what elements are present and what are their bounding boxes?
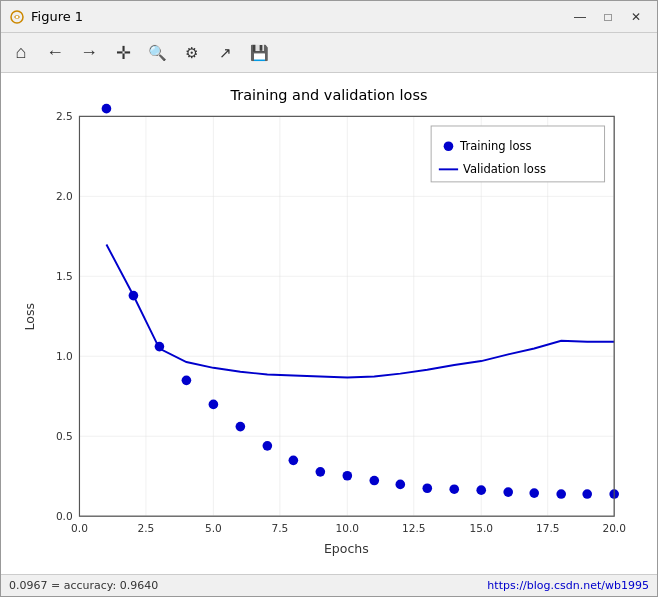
x-tick-25: 2.5	[138, 522, 155, 534]
home-button[interactable]: ⌂	[5, 37, 37, 69]
y-tick-05: 0.5	[56, 430, 73, 442]
minimize-button[interactable]: —	[567, 6, 593, 28]
configure-button[interactable]: ⚙	[175, 37, 207, 69]
y-tick-15: 1.5	[56, 270, 73, 282]
training-loss-dot	[556, 489, 566, 499]
back-button[interactable]: ←	[39, 37, 71, 69]
x-tick-15: 15.0	[469, 522, 493, 534]
training-loss-dot	[395, 480, 405, 490]
training-loss-dot	[369, 476, 379, 486]
y-axis-label: Loss	[22, 303, 37, 330]
legend-training-icon	[444, 141, 454, 151]
toolbar: ⌂ ← → ✛ 🔍 ⚙ ↗ 💾	[1, 33, 657, 73]
app-icon	[9, 9, 25, 25]
main-window: Figure 1 — □ ✕ ⌂ ← → ✛ 🔍 ⚙ ↗ 💾 Training …	[0, 0, 658, 597]
statusbar-left: 0.0967 = accuracy: 0.9640	[9, 579, 158, 592]
chart-title: Training and validation loss	[230, 87, 428, 103]
training-loss-dot	[449, 484, 459, 494]
training-loss-dot	[129, 291, 139, 301]
window-title: Figure 1	[31, 9, 83, 24]
training-loss-dot	[422, 483, 432, 493]
chart-svg: Training and validation loss	[1, 73, 657, 574]
training-loss-dot	[476, 485, 486, 495]
x-tick-75: 7.5	[271, 522, 288, 534]
y-tick-25: 2.5	[56, 110, 73, 122]
pan-button[interactable]: ✛	[107, 37, 139, 69]
x-tick-10: 10.0	[336, 522, 360, 534]
zoom-button[interactable]: 🔍	[141, 37, 173, 69]
svg-point-1	[16, 15, 19, 18]
lines-button[interactable]: ↗	[209, 37, 241, 69]
training-loss-dot	[289, 455, 299, 465]
training-loss-dot	[182, 376, 192, 386]
maximize-button[interactable]: □	[595, 6, 621, 28]
plot-area: Training and validation loss	[1, 73, 657, 574]
statusbar: 0.0967 = accuracy: 0.9640 https://blog.c…	[1, 574, 657, 596]
training-loss-dot	[263, 441, 273, 451]
training-loss-dot	[209, 400, 219, 410]
training-loss-dot	[236, 422, 246, 432]
training-loss-dot	[342, 471, 352, 481]
x-tick-0: 0.0	[71, 522, 88, 534]
training-loss-dot	[503, 487, 513, 497]
x-tick-20: 20.0	[602, 522, 626, 534]
forward-button[interactable]: →	[73, 37, 105, 69]
statusbar-right: https://blog.csdn.net/wb1995	[487, 579, 649, 592]
close-button[interactable]: ✕	[623, 6, 649, 28]
training-loss-dot	[102, 104, 112, 114]
training-loss-dot	[316, 467, 326, 477]
x-tick-125: 12.5	[402, 522, 426, 534]
x-axis-label: Epochs	[324, 541, 369, 556]
y-tick-2: 2.0	[56, 190, 73, 202]
training-loss-dot	[529, 488, 539, 498]
training-loss-dot	[155, 342, 165, 352]
x-tick-175: 17.5	[536, 522, 560, 534]
window-controls: — □ ✕	[567, 6, 649, 28]
training-loss-dot	[582, 489, 592, 499]
titlebar: Figure 1 — □ ✕	[1, 1, 657, 33]
save-button[interactable]: 💾	[243, 37, 275, 69]
legend-training-label: Training loss	[459, 139, 532, 153]
x-tick-5: 5.0	[205, 522, 222, 534]
y-tick-0: 0.0	[56, 510, 73, 522]
legend-validation-label: Validation loss	[463, 162, 546, 176]
titlebar-left: Figure 1	[9, 9, 83, 25]
y-tick-1: 1.0	[56, 350, 73, 362]
